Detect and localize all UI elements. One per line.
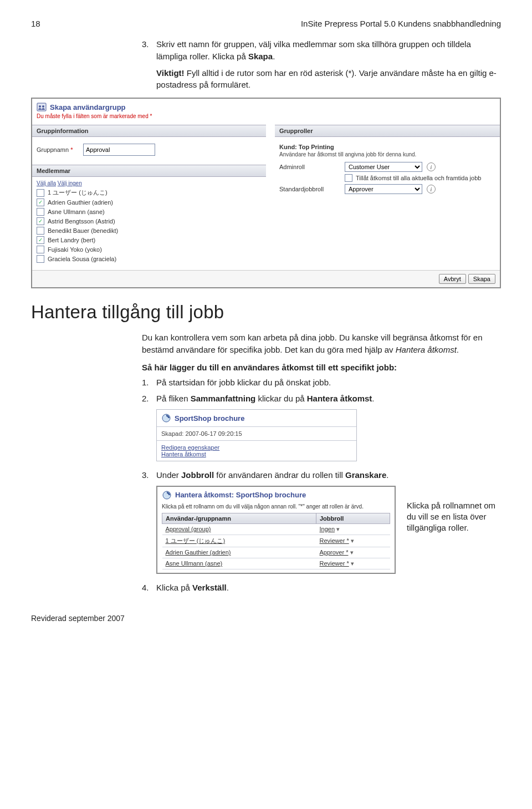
kund-note: Användare har åtkomst till angivna jobb … (279, 151, 495, 157)
member-checkbox[interactable] (37, 189, 44, 197)
member-row: Bert Landry (bert) (37, 236, 262, 244)
manage-access-desc: Klicka på ett rollnamn om du vill välja … (162, 503, 390, 510)
step2-text: På fliken Sammanfattning klickar du på H… (156, 393, 501, 405)
member-name: Graciela Sousa (graciela) (48, 256, 116, 262)
table-row: Approval (group)Ingen ▾ (162, 523, 390, 535)
chevron-down-icon: ▾ (335, 526, 340, 532)
table-row: 1 ユーザー (じゅんこ)Reviewer * ▾ (162, 535, 390, 547)
kund-label: Kund: Top Printing (279, 144, 495, 150)
member-row: Fujisaki Yoko (yoko) (37, 246, 262, 253)
member-checkbox[interactable] (37, 227, 44, 235)
member-name: 1 ユーザー (じゅんこ) (48, 189, 108, 197)
member-row: Benedikt Bauer (benedikt) (37, 227, 262, 235)
page-number: 18 (31, 19, 40, 28)
table-row: Asne Ullmann (asne)Reviewer * ▾ (162, 558, 390, 569)
adminroll-label: Adminroll (279, 164, 340, 170)
job-icon (161, 413, 171, 423)
job-icon (162, 490, 172, 500)
job-summary-card: SportShop brochure Skapad: 2007-06-17 09… (156, 409, 357, 461)
step3-text: Skriv ett namn för gruppen, välj vilka m… (156, 38, 501, 63)
step4-text: Klicka på Verkställ. (156, 582, 501, 594)
usergroup-icon (37, 102, 47, 112)
role-link[interactable]: Approver * (320, 549, 349, 556)
role-link[interactable]: Ingen (320, 526, 335, 532)
allow-access-label: Tillåt åtkomst till alla aktuella och fr… (356, 175, 481, 181)
create-usergroup-panel: Skapa användargrupp Du måste fylla i fäl… (31, 98, 501, 288)
section-grupproller: Grupproller (275, 125, 500, 137)
member-name: Asne Ullmann (asne) (48, 208, 105, 215)
chevron-down-icon: ▾ (349, 560, 354, 567)
select-all-link[interactable]: Välj alla (37, 180, 56, 186)
panel-title: Skapa användargrupp (37, 102, 495, 112)
step3-number: 3. (142, 38, 156, 63)
member-row: Graciela Sousa (graciela) (37, 255, 262, 263)
info-icon[interactable]: i (427, 162, 436, 171)
svg-point-2 (42, 105, 44, 108)
section-medlemmar: Medlemmar (32, 165, 266, 177)
create-button[interactable]: Skapa (468, 274, 495, 284)
required-fields-note: Du måste fylla i fälten som är markerade… (37, 113, 495, 119)
step3b-text: Under Jobbroll för användaren ändrar du … (156, 469, 501, 481)
step1-number: 1. (142, 376, 156, 389)
member-checkbox[interactable] (37, 199, 44, 206)
step2-number: 2. (142, 393, 156, 405)
user-link[interactable]: Approval (group) (166, 526, 211, 532)
howto-heading: Så här lägger du till en användares åtko… (142, 363, 501, 372)
role-link[interactable]: Reviewer * (320, 560, 349, 567)
member-name: Benedikt Bauer (benedikt) (48, 227, 118, 234)
role-link[interactable]: Reviewer * (320, 537, 349, 544)
member-checkbox[interactable] (37, 208, 44, 216)
gruppnamn-input[interactable] (83, 144, 155, 156)
manage-access-title: Hantera åtkomst: SportShop brochure (162, 490, 390, 500)
member-checkbox[interactable] (37, 217, 44, 225)
col-jobrole: Jobbroll (316, 513, 390, 523)
member-name: Astrid Bengtsson (Astrid) (48, 218, 115, 225)
role-annotation: Klicka på rollnamnet om du vill se en li… (407, 486, 501, 534)
chevron-down-icon: ▾ (348, 549, 353, 556)
member-checkbox[interactable] (37, 246, 44, 253)
gruppnamn-label: Gruppnamn * (37, 146, 80, 153)
adminroll-select[interactable]: Customer User (345, 162, 422, 172)
step4-number: 4. (142, 582, 156, 594)
member-name: Bert Landry (bert) (48, 237, 95, 243)
section-gruppinformation: Gruppinformation (32, 125, 266, 137)
access-table: Användar-/gruppnamn Jobbroll Approval (g… (162, 513, 390, 569)
step3b-number: 3. (142, 469, 156, 481)
section-heading: Hantera tillgång till jobb (31, 302, 501, 323)
doc-title: InSite Prepress Portal 5.0 Kundens snabb… (301, 19, 501, 28)
manage-access-panel: Hantera åtkomst: SportShop brochure Klic… (156, 486, 396, 574)
edit-properties-link[interactable]: Redigera egenskaper (161, 444, 219, 451)
select-none-link[interactable]: Välj ingen (58, 180, 82, 186)
user-link[interactable]: 1 ユーザー (じゅんこ) (166, 537, 226, 544)
job-title: SportShop brochure (161, 413, 352, 423)
important-note: Viktigt! Fyll alltid i de rutor som har … (156, 67, 501, 91)
section-intro-paragraph: Du kan kontrollera vem som kan arbeta på… (142, 332, 501, 356)
step1-text: På startsidan för jobb klickar du på öns… (156, 376, 501, 389)
allow-access-checkbox[interactable] (345, 174, 352, 182)
member-checkbox[interactable] (37, 236, 44, 244)
svg-point-1 (39, 105, 41, 108)
standardjobbroll-label: Standardjobbroll (279, 186, 340, 192)
page-footer: Reviderad september 2007 (31, 614, 501, 623)
member-name: Adrien Gauthier (adrien) (48, 199, 113, 206)
member-row: Asne Ullmann (asne) (37, 208, 262, 216)
member-checkbox[interactable] (37, 255, 44, 263)
col-user: Användar-/gruppnamn (162, 513, 316, 523)
cancel-button[interactable]: Avbryt (439, 274, 466, 284)
standardjobbroll-select[interactable]: Approver (345, 184, 422, 194)
created-label: Skapad: 2007-06-17 09:20:15 (161, 430, 352, 437)
member-row: Astrid Bengtsson (Astrid) (37, 217, 262, 225)
manage-access-link[interactable]: Hantera åtkomst (161, 451, 206, 457)
member-row: 1 ユーザー (じゅんこ) (37, 189, 262, 197)
user-link[interactable]: Asne Ullmann (asne) (166, 560, 223, 567)
member-name: Fujisaki Yoko (yoko) (48, 246, 102, 253)
table-row: Adrien Gauthier (adrien)Approver * ▾ (162, 547, 390, 558)
member-row: Adrien Gauthier (adrien) (37, 199, 262, 206)
chevron-down-icon: ▾ (349, 537, 354, 544)
user-link[interactable]: Adrien Gauthier (adrien) (166, 549, 231, 556)
info-icon[interactable]: i (427, 185, 436, 194)
